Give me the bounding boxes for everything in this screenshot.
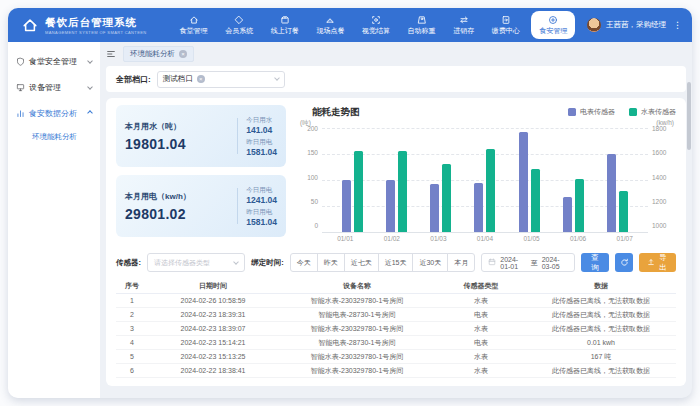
table-cell: 智能水表-230329780-1号房间 [278, 324, 436, 334]
quick-range-button[interactable]: 近30天 [412, 253, 448, 272]
canteen-safety-icon [16, 57, 25, 66]
sidebar-item-data-analysis[interactable]: 食安数据分析 [8, 100, 100, 126]
sidebar-subitem-energy-analysis[interactable]: 环境能耗分析 [8, 126, 100, 148]
scrollbar[interactable] [687, 82, 691, 398]
electric-stat-card: 本月用电（kw/h） 29801.02 今日用电 1241.04 昨 [116, 175, 286, 237]
header-nav: 食堂管理会员系统线上订餐现场点餐视觉结算自动称重进销存缴费中心食安管理 [168, 8, 581, 42]
table-cell: 2024-02-23 18:39:07 [148, 325, 278, 332]
date-range-picker[interactable]: 2024-01-01 至 2024-03-05 [481, 253, 575, 272]
chart-bar[interactable] [474, 183, 483, 232]
chart-bar[interactable] [430, 184, 439, 232]
table-cell: 6 [116, 367, 148, 374]
table-cell: 智能水表-230329780-1号房间 [278, 352, 436, 362]
nav-item[interactable]: 食安管理 [531, 11, 575, 39]
chart-bar[interactable] [607, 154, 616, 232]
table-cell: 智能电表-28730-1号房间 [278, 310, 436, 320]
sidebar-item-label: 设备管理 [29, 82, 61, 93]
energy-trend-chart: 能耗走势图 电表传感器水表传感器 (吨) (kw/h) 200150100500… [298, 105, 676, 244]
legend-item[interactable]: 电表传感器 [568, 107, 615, 117]
stall-select[interactable]: 测试档口 × [157, 71, 285, 88]
onsite-order-icon [325, 14, 335, 25]
nav-item[interactable]: 缴费中心 [486, 12, 526, 38]
sidebar-item-device-management[interactable]: 设备管理 [8, 74, 100, 100]
export-button[interactable]: 导出 [639, 253, 676, 272]
chevron-down-icon [87, 58, 93, 64]
tab-close-icon[interactable]: × [179, 50, 187, 58]
quick-range-button[interactable]: 昨天 [317, 253, 345, 272]
calendar-icon [488, 258, 496, 267]
nav-item[interactable]: 线上订餐 [265, 12, 305, 38]
nav-item[interactable]: 食堂管理 [174, 12, 214, 38]
quick-range-button[interactable]: 本月 [447, 253, 475, 272]
quick-range-button[interactable]: 近15天 [378, 253, 414, 272]
table-row: 22024-02-23 18:39:31智能电表-28730-1号房间电表此传感… [116, 308, 676, 322]
chart-bar[interactable] [386, 180, 395, 232]
tag-close-icon[interactable]: × [197, 75, 205, 83]
nav-item[interactable]: 自动称重 [402, 12, 442, 38]
nav-item[interactable]: 进销存 [447, 12, 480, 38]
nav-item-label: 食安管理 [539, 26, 567, 36]
more-menu-icon[interactable]: ⋮ [671, 20, 684, 30]
user-box[interactable]: 王茜茜，采购经理 ⋮ [587, 18, 684, 32]
payment-center-icon [501, 14, 511, 25]
nav-item-label: 会员系统 [225, 26, 253, 36]
user-name: 王茜茜，采购经理 [606, 20, 666, 30]
electric-stat-value: 29801.02 [125, 206, 235, 222]
nav-item[interactable]: 现场点餐 [310, 12, 350, 38]
chart-bar[interactable] [575, 179, 584, 232]
sidebar-item-label: 食堂安全管理 [29, 56, 77, 67]
sensor-filter-label: 传感器: [116, 258, 141, 268]
collapse-menu-icon[interactable] [106, 49, 116, 59]
vision-checkout-icon [371, 14, 381, 25]
table-cell: 此传感器已离线，无法获取数据 [526, 296, 676, 306]
water-stat-card: 本月用水（吨） 19801.04 今日用水 141.04 昨日用电 [116, 105, 286, 167]
chart-bar[interactable] [486, 149, 495, 232]
sidebar-item-canteen-safety[interactable]: 食堂安全管理 [8, 48, 100, 74]
table-cell: 2024-02-23 15:13:25 [148, 353, 278, 360]
table-body: 12024-02-26 10:58:59智能水表-230329780-1号房间水… [116, 294, 676, 378]
date-start: 2024-01-01 [500, 256, 526, 270]
tab-energy-analysis[interactable]: 环境能耗分析 × [123, 46, 194, 62]
export-icon [647, 258, 655, 268]
sensor-type-select[interactable]: 请选择传感器类型 [147, 253, 245, 272]
table-row: 12024-02-26 10:58:59智能水表-230329780-1号房间水… [116, 294, 676, 308]
quick-range-button[interactable]: 近七天 [344, 253, 379, 272]
sidebar: 食堂安全管理 设备管理 食安数据分析 环境能耗分析 [8, 42, 100, 398]
chevron-down-icon [87, 84, 93, 90]
sensor-data-table: 序号日期时间设备名称传感器类型数据 12024-02-26 10:58:59智能… [116, 279, 676, 378]
table-cell: 2024-02-23 18:39:31 [148, 311, 278, 318]
avatar [587, 18, 601, 32]
chart-bar[interactable] [442, 164, 451, 232]
bar-group [474, 149, 495, 232]
table-header-cell: 传感器类型 [436, 281, 526, 291]
time-filter-label: 绑定时间: [251, 258, 284, 268]
nav-item-label: 现场点餐 [316, 26, 344, 36]
table-cell: 3 [116, 325, 148, 332]
chart-bar[interactable] [398, 151, 407, 232]
app-logo: 餐饮后台管理系统 MANAGEMENT SYSTEM OF SMART CANT… [20, 15, 168, 35]
scrollbar-thumb[interactable] [687, 82, 691, 150]
legend-item[interactable]: 水表传感器 [629, 107, 676, 117]
chart-bar[interactable] [563, 197, 572, 232]
sidebar-item-label: 食安数据分析 [29, 108, 77, 119]
bar-group [386, 151, 407, 232]
table-row: 52024-02-23 15:13:25智能水表-230329780-1号房间水… [116, 350, 676, 364]
nav-item-label: 进销存 [453, 26, 474, 36]
table-cell: 此传感器已离线，无法获取数据 [526, 324, 676, 334]
tab-bar: 环境能耗分析 × [106, 42, 686, 62]
refresh-button[interactable] [615, 253, 633, 272]
inventory-icon [459, 14, 469, 25]
search-button[interactable]: 查询 [581, 253, 609, 272]
nav-item[interactable]: 会员系统 [219, 12, 259, 38]
nav-item[interactable]: 视觉结算 [356, 12, 396, 38]
chart-bar[interactable] [619, 191, 628, 232]
table-header-cell: 序号 [116, 281, 148, 291]
bar-group [563, 179, 584, 232]
table-cell: 智能水表-230329780-1号房间 [278, 366, 436, 376]
chart-bar[interactable] [342, 180, 351, 232]
quick-range-button[interactable]: 今天 [290, 253, 318, 272]
chart-bar[interactable] [531, 169, 540, 232]
chart-bar[interactable] [519, 132, 528, 232]
chart-bar[interactable] [354, 151, 363, 232]
electric-stat-title: 本月用电（kw/h） [125, 191, 235, 202]
